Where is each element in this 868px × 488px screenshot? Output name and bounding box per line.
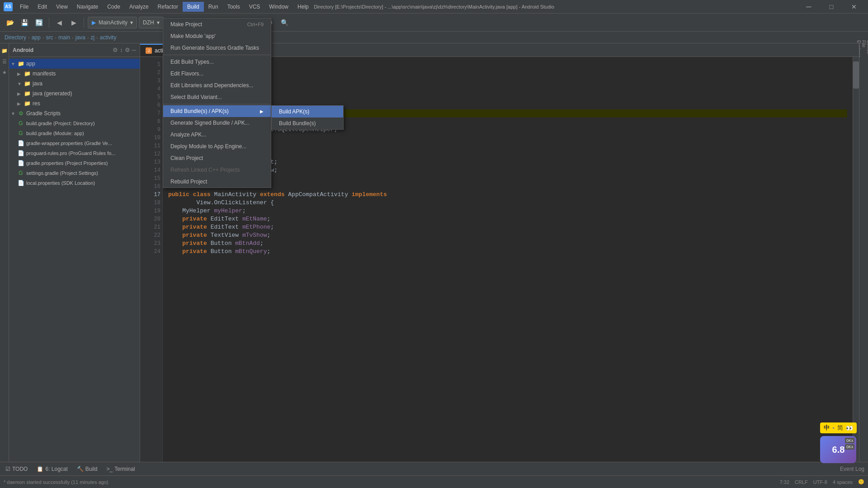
tab-icon: J [146,47,152,54]
tree-item-proguard[interactable]: 📄 proguard-rules.pro (ProGuard Rules fo.… [9,148,140,158]
title-bar: AS File Edit View Navigate Code Analyze … [0,0,868,14]
menu-navigate[interactable]: Navigate [72,2,103,12]
menu-run-generate[interactable]: Run Generate Sources Gradle Tasks [163,42,271,54]
tree-arrow-app: ▼ [11,61,17,66]
run-config-name: MainActivity [99,19,127,26]
menu-build[interactable]: Build [183,2,204,12]
menu-edit-build-types[interactable]: Edit Build Types... [163,56,271,68]
line-num-8: 8 [142,117,160,126]
tab-build[interactable]: 🔨 Build [75,462,99,475]
structure-icon[interactable]: ☰ [1,58,8,65]
tree-item-gradle-wrapper[interactable]: 📄 gradle-wrapper.properties (Gradle Ve..… [9,138,140,148]
breadcrumb-app[interactable]: app [31,34,42,41]
sidebar-android-label: Android [13,47,111,53]
speed-up: 0Kx [845,438,855,443]
menu-generate-signed[interactable]: Generate Signed Bundle / APK... [163,117,271,129]
menu-make-project[interactable]: Make Project Ctrl+F9 [163,19,271,30]
menu-analyze[interactable]: Analyze [125,2,153,12]
encoding[interactable]: UTF-8 [813,479,827,485]
menu-run[interactable]: Run [204,2,223,12]
tree-label-manifests: manifests [33,70,56,77]
menu-window[interactable]: Window [264,2,293,12]
sidebar-sort-icon[interactable]: ↕ [120,47,123,53]
back-button[interactable]: ◀ [53,16,66,29]
line-num-17: 17 [142,191,160,199]
submenu-build-bundle[interactable]: Build Bundle(s) [272,117,343,129]
sync-button[interactable]: 🔄 [33,16,45,29]
submenu-build-apk[interactable]: Build APK(s) [272,106,343,117]
event-log-link[interactable]: Event Log [840,466,864,472]
breadcrumb-activity[interactable]: activity [99,34,118,41]
tree-item-java-generated[interactable]: ▶ 📁 java (generated) [9,89,140,99]
tree-item-build-gradle-project[interactable]: G build.gradle (Project: Directory) [9,118,140,128]
tree-item-local-props[interactable]: 📄 local.properties (SDK Location) [9,178,140,188]
breadcrumb-src[interactable]: src [45,34,54,41]
scrollbar-thumb[interactable] [853,61,859,89]
search-button[interactable]: 🔍 [278,16,291,29]
menu-refactor[interactable]: Refactor [153,2,183,12]
tree-item-settings-gradle[interactable]: G settings.gradle (Project Settings) [9,168,140,178]
build-apk-label: Build APK(s) [279,108,309,115]
code-line-19: MyHelper myHelper; [168,207,847,215]
menu-build-bundle-apk[interactable]: Build Bundle(s) / APK(s) ▶ Build APK(s) … [163,105,271,117]
maximize-button[interactable]: □ [821,0,842,13]
open-file-button[interactable]: 📂 [4,16,16,29]
menu-rebuild-project[interactable]: Rebuild Project [163,176,271,188]
sidebar-gear-icon[interactable]: ⚙ [125,47,130,53]
menu-deploy-module[interactable]: Deploy Module to App Engine... [163,141,271,152]
save-button[interactable]: 💾 [18,16,31,29]
breadcrumb-main[interactable]: main [57,34,71,41]
speed-info: 0Kx 0Kx [845,438,855,450]
sidebar-settings-icon[interactable]: ⚙ [113,47,118,53]
sidebar-minimize-icon[interactable]: ─ [132,47,136,53]
tab-logcat[interactable]: 📋 6: Logcat [35,462,69,475]
indent[interactable]: 4 spaces [833,479,853,485]
menu-view[interactable]: View [52,2,72,12]
right-icon-1[interactable]: Device File Explorer [860,45,868,52]
tree-item-app[interactable]: ▼ 📁 app [9,59,140,69]
menu-file[interactable]: File [15,2,33,12]
device-dropdown[interactable]: DZH ▾ [139,17,164,28]
tab-todo[interactable]: ☑ TODO [4,462,29,475]
tree-label-app: app [26,61,35,67]
menu-edit-libraries[interactable]: Edit Libraries and Dependencies... [163,80,271,91]
tree-item-res[interactable]: ▶ 📁 res [9,99,140,108]
minimize-button[interactable]: ─ [798,0,819,13]
scrollbar-vertical[interactable] [853,57,859,462]
tab-terminal[interactable]: >_ Terminal [105,462,137,475]
ime-zh: 中 [824,424,830,432]
menu-analyze-apk[interactable]: Analyze APK... [163,129,271,141]
tree-item-gradle-scripts[interactable]: ▼ ⚙ Gradle Scripts [9,108,140,118]
tree-item-java[interactable]: ▼ 📁 java [9,79,140,89]
code-line-24: private Button mBtnQuery; [168,248,847,256]
tree-item-build-gradle-app[interactable]: G build.gradle (Module: app) [9,128,140,138]
tree-item-gradle-props[interactable]: 📄 gradle.properties (Project Properties) [9,158,140,168]
menu-clean-project[interactable]: Clean Project [163,152,271,164]
forward-button[interactable]: ▶ [67,16,80,29]
menu-make-module[interactable]: Make Module 'app' [163,30,271,42]
menu-select-variant[interactable]: Select Build Variant... [163,91,271,103]
tree-label-local-props: local.properties (SDK Location) [26,180,95,186]
menu-code[interactable]: Code [103,2,125,12]
menu-vcs[interactable]: VCS [245,2,265,12]
line-ending[interactable]: CRLF [795,479,808,485]
breadcrumb-sep-5: › [96,35,98,40]
project-icon[interactable]: 📁 [1,47,8,54]
menu-help[interactable]: Help [293,2,313,12]
code-line-21: private EditText mEtPhone; [168,223,847,231]
edit-libraries-label: Edit Libraries and Dependencies... [170,82,253,89]
menu-tools[interactable]: Tools [223,2,245,12]
run-config-dropdown[interactable]: ▶ MainActivity ▾ [88,17,137,28]
favorites-icon[interactable]: ★ [1,69,8,76]
close-button[interactable]: ✕ [844,0,864,13]
breadcrumb-java[interactable]: java [75,34,86,41]
menu-edit[interactable]: Edit [33,2,52,12]
menu-edit-flavors[interactable]: Edit Flavors... [163,68,271,80]
breadcrumb-zj[interactable]: zj [90,34,95,41]
line-num-13: 13 [142,158,160,166]
avatar-widget[interactable]: 6.8 0Kx 0Kx [820,436,856,463]
tree-item-manifests[interactable]: ▶ 📁 manifests [9,69,140,79]
ime-toolbar[interactable]: 中 • 简 👀 [820,422,857,433]
breadcrumb-directory[interactable]: Directory [4,34,27,41]
build-label: Build [85,466,98,472]
